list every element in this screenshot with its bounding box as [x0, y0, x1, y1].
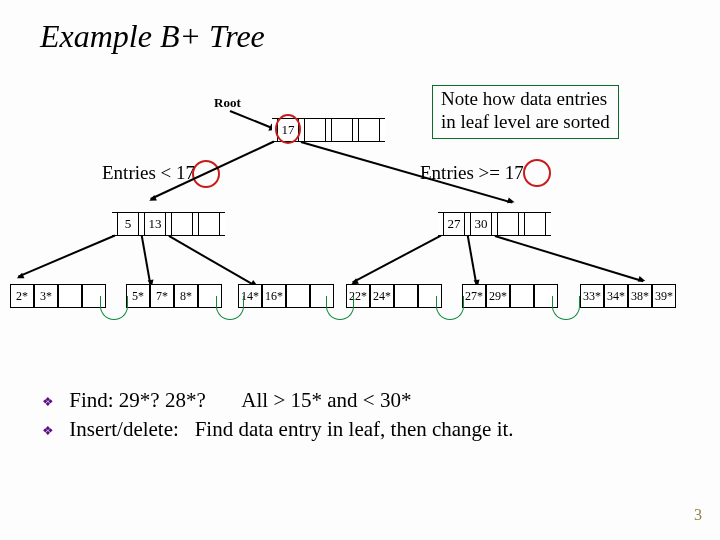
leaf-link — [326, 296, 354, 320]
page-number: 3 — [694, 506, 702, 524]
connector — [467, 236, 477, 286]
leaf-node: 27* 29* — [462, 284, 558, 308]
node-sep — [220, 212, 225, 236]
leaf-link — [216, 296, 244, 320]
leaf-key-empty — [510, 284, 534, 308]
leaf-key: 16* — [262, 284, 286, 308]
highlight-ring — [275, 114, 301, 144]
leaf-node: 2* 3* — [10, 284, 106, 308]
node-key: 13 — [144, 212, 166, 236]
leaf-key: 8* — [174, 284, 198, 308]
callout-box: Note how data entries in leaf level are … — [432, 85, 619, 139]
leaf-key: 5* — [126, 284, 150, 308]
node-sep — [546, 212, 551, 236]
node-key: 5 — [117, 212, 139, 236]
connector — [141, 236, 151, 286]
leaf-link — [436, 296, 464, 320]
leaf-key-empty — [286, 284, 310, 308]
leaf-key: 2* — [10, 284, 34, 308]
node-key-empty — [524, 212, 546, 236]
bullet-text: All > 15* and < 30* — [241, 388, 411, 412]
bullet-text: Find data entry in leaf, then change it. — [195, 417, 514, 441]
node-key: 30 — [470, 212, 492, 236]
leaf-key: 34* — [604, 284, 628, 308]
leaf-node: 5* 7* 8* — [126, 284, 222, 308]
leaf-key: 33* — [580, 284, 604, 308]
leaf-key: 24* — [370, 284, 394, 308]
node-sep — [380, 118, 385, 142]
leaf-key-empty — [58, 284, 82, 308]
node-key-empty — [497, 212, 519, 236]
node-key-empty — [171, 212, 193, 236]
callout-line: in leaf level are sorted — [441, 111, 610, 134]
leaf-node: 22* 24* — [346, 284, 442, 308]
inner-node-right: 27 30 — [438, 212, 551, 236]
leaf-key: 38* — [628, 284, 652, 308]
node-key-empty — [331, 118, 353, 142]
leaf-node: 33* 34* 38* 39* — [580, 284, 676, 308]
node-key: 27 — [443, 212, 465, 236]
bullet-list: ❖ Find: 29*? 28*? All > 15* and < 30* ❖ … — [42, 388, 514, 446]
node-key-empty — [304, 118, 326, 142]
bullet-text: Insert/delete: — [69, 417, 179, 441]
leaf-key: 39* — [652, 284, 676, 308]
callout-line: Note how data entries — [441, 88, 610, 111]
root-arrow — [230, 110, 275, 130]
page-title: Example B+ Tree — [40, 18, 265, 55]
diamond-icon: ❖ — [42, 394, 54, 409]
connector — [18, 235, 115, 277]
diamond-icon: ❖ — [42, 423, 54, 438]
highlight-ring — [523, 159, 551, 187]
leaf-key: 7* — [150, 284, 174, 308]
leaf-link — [100, 296, 128, 320]
bullet-row: ❖ Find: 29*? 28*? All > 15* and < 30* — [42, 388, 514, 413]
inner-node-left: 5 13 — [112, 212, 225, 236]
leaf-node: 14* 16* — [238, 284, 334, 308]
node-key-empty — [198, 212, 220, 236]
connector — [495, 235, 644, 282]
leaf-link — [552, 296, 580, 320]
node-key-empty — [358, 118, 380, 142]
connector — [169, 235, 256, 286]
bullet-row: ❖ Insert/delete: Find data entry in leaf… — [42, 417, 514, 442]
bullet-text: Find: 29*? 28*? — [69, 388, 206, 412]
root-label: Root — [214, 95, 241, 111]
leaf-key: 27* — [462, 284, 486, 308]
leaf-key: 3* — [34, 284, 58, 308]
leaf-key: 29* — [486, 284, 510, 308]
connector — [352, 235, 441, 283]
split-left-label: Entries < 17 — [102, 162, 195, 184]
leaf-key-empty — [394, 284, 418, 308]
